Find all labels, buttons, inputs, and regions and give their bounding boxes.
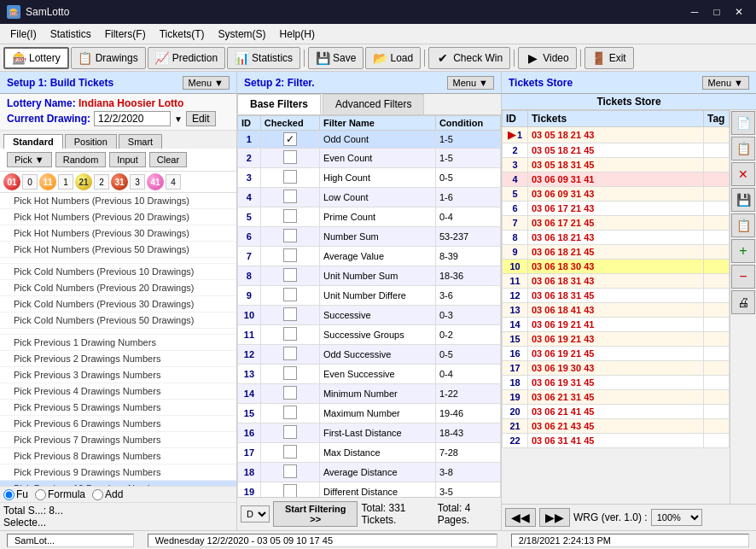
- list-item[interactable]: Pick Cold Numbers (Previous 50 Drawings): [0, 312, 236, 329]
- ticket-btn-delete[interactable]: ✕: [731, 162, 755, 186]
- filter-checkbox[interactable]: [260, 207, 319, 227]
- filter-row[interactable]: 4 Low Count 1-6: [238, 188, 501, 207]
- filter-checkbox[interactable]: [260, 365, 319, 384]
- filter-checkbox[interactable]: [260, 247, 319, 266]
- filter-row[interactable]: 13 Even Successive 0-4: [238, 365, 501, 384]
- start-filtering-button[interactable]: Start Filtering >>: [273, 501, 358, 527]
- clear-button[interactable]: Clear: [149, 152, 187, 167]
- menu-filters[interactable]: Filters(F): [98, 24, 153, 44]
- filter-checkbox[interactable]: [260, 286, 319, 306]
- tickets-scroll-area[interactable]: ID Tickets Tag ▶1 03 05 18 21 43 2 03 05…: [502, 110, 730, 504]
- ball-31[interactable]: 31: [111, 173, 128, 190]
- ticket-btn-remove[interactable]: −: [731, 265, 755, 289]
- filter-checkbox[interactable]: [260, 266, 319, 286]
- filter-type-select[interactable]: D: [241, 505, 270, 523]
- ticket-btn-print[interactable]: 🖨: [731, 290, 755, 314]
- ticket-btn-save[interactable]: 💾: [731, 188, 755, 212]
- toolbar-exit[interactable]: 🚪 Exit: [584, 47, 634, 69]
- ticket-btn-add[interactable]: +: [731, 239, 755, 263]
- filter-checkbox[interactable]: [260, 463, 319, 482]
- filter-row[interactable]: 14 Minimum Number 1-22: [238, 384, 501, 404]
- ticket-btn-copy[interactable]: 📋: [731, 137, 755, 161]
- list-item[interactable]: Pick Previous 1 Drawing Numbers: [0, 335, 236, 351]
- menu-system[interactable]: System(S): [212, 24, 273, 44]
- list-item[interactable]: Pick Previous 9 Drawings Numbers: [0, 464, 236, 481]
- table-row[interactable]: 13 03 06 18 41 43: [503, 303, 730, 318]
- ball-11[interactable]: 11: [39, 173, 56, 190]
- filter-checkbox[interactable]: [260, 188, 319, 207]
- list-item[interactable]: Pick Cold Numbers (Previous 30 Drawings): [0, 296, 236, 312]
- filter-row[interactable]: 1 ✓ Odd Count 1-5: [238, 131, 501, 149]
- table-row[interactable]: 6 03 06 17 21 43: [503, 201, 730, 216]
- list-item[interactable]: Pick Previous 8 Drawings Numbers: [0, 448, 236, 464]
- table-row[interactable]: 17 03 06 19 30 43: [503, 361, 730, 376]
- filter-checkbox[interactable]: [260, 168, 319, 188]
- toolbar-statistics[interactable]: 📊 Statistics: [227, 47, 300, 69]
- tab-position[interactable]: Position: [65, 134, 117, 149]
- tab-base-filters[interactable]: Base Filters: [237, 94, 321, 114]
- filter-checkbox[interactable]: [260, 306, 319, 325]
- table-row[interactable]: 3 03 05 18 31 45: [503, 158, 730, 172]
- menu-tickets[interactable]: Tickets(T): [153, 24, 212, 44]
- table-row[interactable]: 4 03 06 09 31 41: [503, 172, 730, 187]
- list-item[interactable]: Pick Previous 5 Drawings Numbers: [0, 400, 236, 416]
- left-panel-menu-button[interactable]: Menu ▼: [183, 76, 230, 90]
- next-page-button[interactable]: ▶▶: [539, 508, 570, 527]
- table-row[interactable]: 20 03 06 21 41 45: [503, 405, 730, 419]
- toolbar-lottery[interactable]: 🎰 Lottery: [3, 47, 69, 69]
- list-item[interactable]: Pick Cold Numbers (Previous 10 Drawings): [0, 264, 236, 280]
- list-item[interactable]: Pick Previous 7 Drawings Numbers: [0, 432, 236, 448]
- toolbar-save[interactable]: 💾 Save: [308, 47, 363, 69]
- table-row[interactable]: 9 03 06 18 21 45: [503, 245, 730, 260]
- list-item[interactable]: Pick Cold Numbers (Previous 20 Drawings): [0, 280, 236, 296]
- table-row[interactable]: 16 03 06 19 21 45: [503, 347, 730, 361]
- ticket-btn-new[interactable]: 📄: [731, 111, 755, 135]
- toolbar-drawings[interactable]: 📋 Drawings: [71, 47, 146, 69]
- menu-help[interactable]: Help(H): [273, 24, 322, 44]
- list-item[interactable]: Pick Previous 6 Drawings Numbers: [0, 416, 236, 432]
- list-item[interactable]: Pick Hot Numbers (Previous 20 Drawings): [0, 209, 236, 225]
- filter-checkbox[interactable]: ✓: [260, 131, 319, 149]
- filter-row[interactable]: 5 Prime Count 0-4: [238, 207, 501, 227]
- close-button[interactable]: ✕: [729, 4, 749, 20]
- menu-file[interactable]: File(I): [3, 24, 44, 44]
- list-item[interactable]: Pick Hot Numbers (Previous 50 Drawings): [0, 242, 236, 258]
- filter-checkbox[interactable]: [260, 482, 319, 498]
- table-row[interactable]: 15 03 06 19 21 43: [503, 332, 730, 347]
- filter-row[interactable]: 11 Successive Groups 0-2: [238, 325, 501, 345]
- filter-checkbox[interactable]: [260, 443, 319, 463]
- list-item[interactable]: Pick Hot Numbers (Previous 30 Drawings): [0, 225, 236, 242]
- table-row[interactable]: 7 03 06 17 21 45: [503, 216, 730, 231]
- table-row[interactable]: 21 03 06 21 43 45: [503, 419, 730, 434]
- filter-checkbox[interactable]: [260, 227, 319, 247]
- filter-row[interactable]: 10 Successive 0-3: [238, 306, 501, 325]
- filter-row[interactable]: 16 First-Last Distance 18-43: [238, 423, 501, 443]
- filter-row[interactable]: 7 Average Value 8-39: [238, 247, 501, 266]
- tab-advanced-filters[interactable]: Advanced Filters: [323, 94, 424, 114]
- input-button[interactable]: Input: [109, 152, 145, 167]
- menu-statistics[interactable]: Statistics: [44, 24, 98, 44]
- filter-row[interactable]: 3 High Count 0-5: [238, 168, 501, 188]
- list-item[interactable]: Pick Hot Numbers (Previous 10 Drawings): [0, 193, 236, 209]
- drawing-date-input[interactable]: [94, 111, 171, 126]
- minimize-button[interactable]: ─: [684, 4, 705, 20]
- filter-row[interactable]: 9 Unit Number Differe 3-6: [238, 286, 501, 306]
- filter-row[interactable]: 8 Unit Number Sum 18-36: [238, 266, 501, 286]
- toolbar-video[interactable]: ▶ Video: [518, 47, 576, 69]
- filter-row[interactable]: 2 Even Count 1-5: [238, 149, 501, 168]
- tab-smart[interactable]: Smart: [119, 134, 162, 149]
- tab-standard[interactable]: Standard: [3, 134, 63, 149]
- filter-row[interactable]: 17 Max Distance 7-28: [238, 443, 501, 463]
- filter-checkbox[interactable]: [260, 345, 319, 365]
- filter-checkbox[interactable]: [260, 325, 319, 345]
- table-row[interactable]: ▶1 03 05 18 21 43: [503, 127, 730, 143]
- prev-page-button[interactable]: ◀◀: [505, 508, 536, 527]
- table-row[interactable]: 12 03 06 18 31 45: [503, 289, 730, 303]
- radio-add[interactable]: Add: [92, 488, 123, 500]
- edit-button[interactable]: Edit: [186, 111, 216, 126]
- filter-scroll-area[interactable]: ID Checked Filter Name Condition 1 ✓ Odd…: [237, 115, 501, 497]
- radio-fu[interactable]: Fu: [3, 488, 28, 500]
- filter-checkbox[interactable]: [260, 423, 319, 443]
- toolbar-prediction[interactable]: 📈 Prediction: [148, 47, 225, 69]
- radio-formula[interactable]: Formula: [35, 488, 85, 500]
